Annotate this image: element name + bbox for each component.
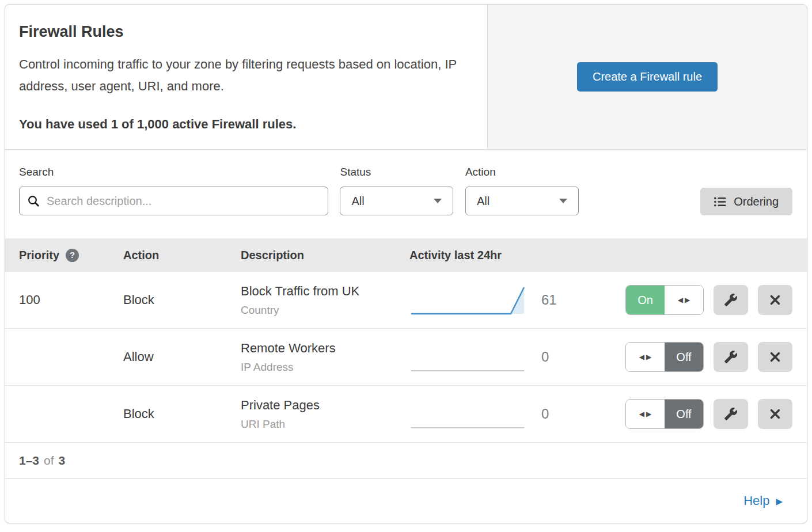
delete-rule-button[interactable]: [758, 399, 792, 429]
toggle-arrows-icon: ◀▶: [638, 353, 653, 361]
ordering-button[interactable]: Ordering: [700, 188, 792, 215]
rule-controls: ◀▶ Off: [625, 399, 807, 429]
activity-sparkline: [409, 396, 528, 432]
rule-action: Allow: [123, 349, 241, 364]
column-header-action: Action: [123, 249, 241, 262]
toggle-on-label: On: [626, 286, 665, 314]
toggle-arrows-icon: ◀▶: [676, 296, 692, 304]
activity-sparkline: [409, 339, 528, 375]
header-action-panel: Create a Firewall rule: [487, 5, 807, 149]
rule-enabled-toggle[interactable]: On ◀▶: [625, 285, 704, 315]
toggle-off-label: Off: [665, 343, 703, 371]
wrench-icon: [724, 407, 738, 421]
activity-count: 0: [541, 406, 549, 422]
action-filter-group: Action All: [465, 166, 579, 215]
rule-description: Remote Workers: [241, 341, 409, 356]
action-select[interactable]: All: [465, 187, 579, 215]
header-section: Firewall Rules Control incoming traffic …: [5, 5, 807, 150]
pagination-bar: 1–3 of 3: [5, 443, 807, 479]
rule-enabled-toggle[interactable]: ◀▶ Off: [625, 342, 704, 372]
activity-sparkline: [409, 282, 528, 318]
table-row: Block Private Pages URI Path 0 ◀▶ Off: [5, 386, 807, 443]
rule-description: Block Traffic from UK: [241, 284, 409, 299]
pagination-of: of: [44, 454, 54, 468]
status-select[interactable]: All: [340, 187, 453, 215]
edit-rule-button[interactable]: [714, 399, 748, 429]
rule-activity-cell: 0: [409, 396, 625, 432]
help-link[interactable]: Help ▶: [743, 493, 783, 508]
table-header-row: Priority ? Action Description Activity l…: [5, 238, 807, 272]
status-selected-value: All: [351, 195, 364, 208]
close-icon: [769, 408, 781, 420]
search-icon: [27, 195, 40, 207]
rule-controls: On ◀▶: [625, 285, 807, 315]
toggle-handle: ◀▶: [665, 286, 703, 314]
close-icon: [769, 351, 781, 363]
header-text-block: Firewall Rules Control incoming traffic …: [5, 5, 487, 149]
help-bar: Help ▶: [5, 479, 807, 523]
search-filter-group: Search: [19, 166, 328, 215]
column-header-activity: Activity last 24hr: [409, 249, 625, 262]
table-row: Allow Remote Workers IP Address 0 ◀▶ Off: [5, 329, 807, 386]
column-header-description: Description: [241, 249, 409, 262]
priority-help-icon[interactable]: ?: [66, 249, 79, 262]
toggle-handle: ◀▶: [626, 400, 665, 428]
rule-description-cell: Private Pages URI Path: [241, 398, 409, 431]
table-row: 100 Block Block Traffic from UK Country …: [5, 272, 807, 329]
status-label: Status: [340, 166, 453, 178]
help-link-label: Help: [743, 493, 769, 508]
activity-count: 0: [541, 349, 549, 365]
chevron-down-icon: [559, 199, 567, 203]
arrow-right-icon: ▶: [776, 497, 783, 506]
rule-priority: 100: [5, 292, 123, 307]
toggle-handle: ◀▶: [626, 343, 665, 371]
edit-rule-button[interactable]: [714, 342, 748, 372]
search-input[interactable]: [45, 194, 320, 208]
rule-description-cell: Block Traffic from UK Country: [241, 284, 409, 317]
delete-rule-button[interactable]: [758, 285, 792, 315]
page-title: Firewall Rules: [19, 23, 470, 41]
search-label: Search: [19, 166, 328, 178]
search-box[interactable]: [19, 187, 328, 215]
list-ordering-icon: [714, 197, 726, 207]
firewall-rules-card: Firewall Rules Control incoming traffic …: [5, 4, 807, 523]
rule-action: Block: [123, 292, 241, 307]
rule-activity-cell: 0: [409, 339, 625, 375]
status-filter-group: Status All: [340, 166, 453, 215]
wrench-icon: [724, 350, 738, 364]
rule-match-type: URI Path: [241, 418, 409, 431]
pagination-range: 1–3: [19, 454, 39, 468]
rule-match-type: Country: [241, 304, 409, 317]
rule-activity-cell: 61: [409, 282, 625, 318]
priority-header-label: Priority: [19, 249, 59, 262]
delete-rule-button[interactable]: [758, 342, 792, 372]
filters-bar: Search Status All Action All: [5, 150, 807, 238]
activity-count: 61: [541, 292, 557, 308]
usage-note: You have used 1 of 1,000 active Firewall…: [19, 117, 470, 132]
chevron-down-icon: [434, 199, 442, 203]
edit-rule-button[interactable]: [714, 285, 748, 315]
create-firewall-rule-button[interactable]: Create a Firewall rule: [577, 62, 718, 92]
rule-description: Private Pages: [241, 398, 409, 413]
rule-description-cell: Remote Workers IP Address: [241, 341, 409, 374]
action-label: Action: [465, 166, 579, 178]
close-icon: [769, 294, 781, 306]
pagination-total: 3: [59, 454, 66, 468]
toggle-off-label: Off: [665, 400, 703, 428]
page-description: Control incoming traffic to your zone by…: [19, 54, 462, 97]
ordering-button-label: Ordering: [734, 195, 779, 208]
rule-controls: ◀▶ Off: [625, 342, 807, 372]
column-header-priority: Priority ?: [5, 249, 123, 262]
rule-action: Block: [123, 406, 241, 421]
action-selected-value: All: [477, 195, 490, 208]
wrench-icon: [724, 293, 738, 307]
rule-match-type: IP Address: [241, 361, 409, 374]
rule-enabled-toggle[interactable]: ◀▶ Off: [625, 399, 704, 429]
toggle-arrows-icon: ◀▶: [638, 410, 653, 418]
